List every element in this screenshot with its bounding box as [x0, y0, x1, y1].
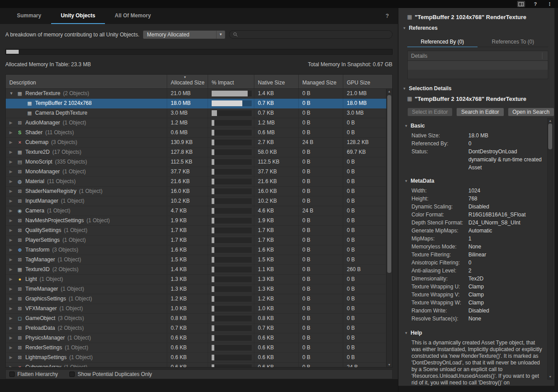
memory-mode-dropdown[interactable]: Memory Allocated ▼ [143, 30, 225, 39]
tab-summary[interactable]: Summary [7, 8, 51, 24]
scroll-up-icon[interactable]: ▲ [549, 118, 552, 123]
foldout-arrow-icon[interactable]: ▶ [9, 296, 16, 301]
help-icon[interactable]: ? [531, 1, 539, 7]
table-row[interactable]: ▶⊠VFXManager(1 Object)1.0 KB1.0 KB0 B0 B [6, 304, 386, 314]
foldout-arrow-icon[interactable]: ▶ [9, 130, 16, 135]
search-input[interactable] [240, 32, 388, 38]
foldout-arrow-icon[interactable]: ▶ [9, 277, 16, 281]
table-row[interactable]: ▶⊠QualitySettings(1 Object)1.7 KB1.7 KB0… [6, 226, 386, 236]
table-row[interactable]: ▶●Light(1 Object)1.3 KB1.3 KB0 B0 B [6, 275, 386, 284]
table-row[interactable]: ▶⊠RenderSettings(1 Object)0.6 KB0.6 KB0 … [6, 343, 386, 353]
table-row[interactable]: ▶⊠InputManager(1 Object)10.2 KB10.2 KB0 … [6, 196, 386, 206]
foldout-arrow-icon[interactable]: ▶ [9, 355, 16, 360]
foldout-arrow-icon[interactable]: ▶ [9, 345, 16, 350]
tab-all-of-memory[interactable]: All Of Memory [105, 8, 161, 24]
table-row[interactable]: ▶⊠LightmapSettings(1 Object)0.6 KB0.6 KB… [6, 353, 386, 363]
foldout-arrow-icon[interactable]: ▶ [9, 140, 16, 144]
field-label: Texture Wrapping U: [412, 283, 469, 291]
search-field[interactable] [229, 30, 392, 39]
open-in-search-button[interactable]: Open in Search [508, 108, 554, 116]
foldout-arrow-icon[interactable]: ▶ [9, 189, 16, 193]
table-row[interactable]: ▶▦Texture3D(2 Objects)1.4 KB1.1 KB0 B260… [6, 265, 386, 275]
scroll-up-icon[interactable]: ▲ [388, 89, 391, 94]
tab-references-to[interactable]: References To (0) [478, 36, 548, 47]
select-in-editor-button[interactable]: Select in Editor [407, 108, 453, 116]
table-row[interactable]: ▶×Cubemap(3 Objects)130.9 KB2.7 KB24 B12… [6, 138, 386, 148]
selection-details-section-header[interactable]: ▼ Selection Details [398, 84, 555, 92]
table-row[interactable]: ▶▤MonoScript(335 Objects)112.5 KB112.5 K… [6, 157, 386, 167]
table-row[interactable]: ▶⊠PreloadData(2 Objects)0.7 KB0.7 KB0 B0… [6, 324, 386, 333]
scrollbar-thumb[interactable] [548, 124, 552, 149]
table-row[interactable]: ▦Camera DepthTexture3.0 MB0.7 KB0 B3.0 M… [6, 108, 386, 118]
foldout-arrow-icon[interactable]: ▶ [9, 257, 16, 262]
kebab-menu-icon[interactable]: ⋮ [546, 1, 554, 7]
column-header-impact[interactable]: % Impact [208, 75, 254, 88]
references-section-header[interactable]: ▼ References [398, 24, 555, 32]
foldout-arrow-icon[interactable]: ▶ [9, 336, 16, 340]
help-icon[interactable]: ? [385, 13, 389, 19]
table-row[interactable]: ▶×CubemapArray(1 Object)0.6 KB0.6 KB0 B2… [6, 363, 386, 367]
column-header-gpu-size[interactable]: GPU Size [343, 75, 392, 88]
foldout-arrow-icon[interactable]: ▼ [9, 91, 16, 96]
column-header-allocated-size[interactable]: ▼ Allocated Size [167, 75, 208, 88]
show-duplicates-checkbox[interactable] [69, 372, 75, 377]
foldout-arrow-icon[interactable]: ▶ [9, 287, 16, 291]
column-header-description[interactable]: Description [6, 75, 167, 88]
foldout-arrow-icon[interactable]: ▶ [9, 169, 16, 174]
references-list-header[interactable]: Details [408, 51, 548, 61]
search-in-editor-button[interactable]: Search in Editor [456, 108, 504, 116]
table-row[interactable]: ▶⊠GraphicsSettings(1 Object)1.2 KB1.2 KB… [6, 294, 386, 304]
table-row[interactable]: ▶⊕Transform(3 Objects)1.6 KB1.6 KB0 B0 B [6, 245, 386, 255]
table-row[interactable]: ▶⊠AudioManager(1 Object)1.2 MB1.2 MB0 B0… [6, 118, 386, 128]
foldout-arrow-icon[interactable]: ▶ [9, 248, 16, 252]
table-row[interactable]: ▼▦RenderTexture(2 Objects)21.0 MB1.4 KB0… [6, 89, 386, 99]
column-header-native-size[interactable]: Native Size [254, 75, 299, 88]
table-row[interactable]: ▶SShader(11 Objects)0.6 MB0.6 MB0 B0 B [6, 128, 386, 138]
foldout-arrow-icon[interactable]: ▶ [9, 316, 16, 320]
foldout-arrow-icon[interactable]: ▶ [9, 238, 16, 242]
foldout-arrow-icon[interactable]: ▶ [9, 150, 16, 154]
table-scrollbar[interactable]: ▲ ▼ [386, 89, 392, 367]
transform-icon: ⊕ [16, 247, 23, 253]
show-duplicates-option[interactable]: Show Potential Duplicates Only [69, 371, 152, 377]
table-row[interactable]: ▶▦Texture2D(17 Objects)127.8 KB58.0 KB0 … [6, 148, 386, 157]
table-row[interactable]: ▶⊠NavMeshProjectSettings(1 Object)1.9 KB… [6, 216, 386, 226]
foldout-arrow-icon[interactable]: ▶ [9, 208, 16, 213]
layout-icon[interactable] [517, 1, 525, 7]
foldout-arrow-icon[interactable]: ▶ [9, 179, 16, 184]
column-header-managed-size[interactable]: Managed Size [299, 75, 343, 88]
foldout-arrow-icon[interactable]: ▶ [9, 306, 16, 311]
scrollbar-thumb[interactable] [387, 95, 391, 273]
impact-bar-track [212, 257, 252, 263]
basic-section-header[interactable]: ▼ Basic [398, 122, 545, 130]
table-row[interactable]: ▶◻GameObject(3 Objects)0.8 KB0.8 KB0 B0 … [6, 314, 386, 324]
foldout-arrow-icon[interactable]: ▶ [9, 228, 16, 232]
column-resize-handle[interactable] [542, 52, 542, 59]
table-row[interactable]: ▶◉Camera(1 Object)4.7 KB4.6 KB24 B0 B [6, 206, 386, 216]
foldout-arrow-icon[interactable]: ▶ [9, 267, 16, 272]
tab-referenced-by[interactable]: Referenced By (0) [407, 36, 478, 47]
table-row[interactable]: ▦TempBuffer 2 1024x76818.0 MB0.7 KB0 B18… [6, 99, 386, 108]
flatten-hierarchy-checkbox[interactable] [9, 372, 15, 377]
detail-field: Dimensionality:Tex2D [398, 275, 545, 283]
foldout-arrow-icon[interactable]: ▶ [9, 160, 16, 164]
metadata-section-header[interactable]: ▼ MetaData [398, 177, 545, 185]
scroll-down-icon[interactable]: ▼ [388, 362, 391, 367]
table-row[interactable]: ▶⊠MonoManager(1 Object)37.7 KB37.7 KB0 B… [6, 167, 386, 177]
flatten-hierarchy-option[interactable]: Flatten Hierarchy [9, 371, 58, 377]
table-row[interactable]: ▶⊠PlayerSettings(1 Object)1.7 KB1.7 KB0 … [6, 236, 386, 245]
table-row[interactable]: ▶⊠PhysicsManager(1 Object)0.6 KB0.6 KB0 … [6, 333, 386, 343]
table-row[interactable]: ▶⊠TimeManager(1 Object)1.3 KB1.3 KB0 B0 … [6, 284, 386, 294]
foldout-arrow-icon[interactable]: ▶ [9, 218, 16, 223]
help-section-header[interactable]: ▼ Help [398, 329, 545, 337]
table-row[interactable]: ▶◍Material(11 Objects)21.6 KB21.6 KB0 B0… [6, 177, 386, 187]
details-scrollbar[interactable]: ▲ ▼ [547, 118, 553, 380]
foldout-arrow-icon[interactable]: ▶ [9, 199, 16, 203]
foldout-arrow-icon[interactable]: ▶ [9, 120, 16, 125]
table-row[interactable]: ▶⊠TagManager(1 Object)1.5 KB1.5 KB0 B0 B [6, 255, 386, 265]
tab-unity-objects[interactable]: Unity Objects [51, 8, 105, 24]
foldout-arrow-icon[interactable]: ▶ [9, 326, 16, 330]
table-row[interactable]: ▶⊠ShaderNameRegistry(1 Object)16.0 KB16.… [6, 187, 386, 196]
scroll-down-icon[interactable]: ▼ [549, 374, 552, 379]
foldout-arrow-icon[interactable]: ▶ [9, 365, 16, 367]
